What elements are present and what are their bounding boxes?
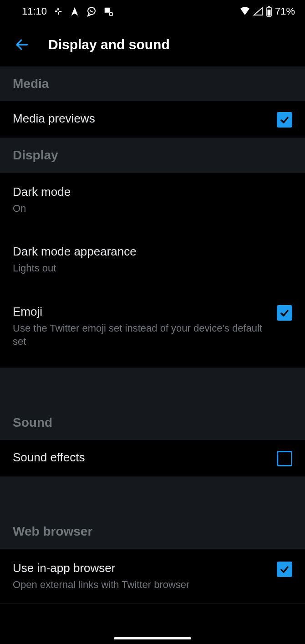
checkbox-emoji[interactable] — [277, 305, 292, 321]
svg-rect-1 — [59, 11, 62, 12]
svg-rect-7 — [268, 6, 270, 7]
row-dark-mode-appearance[interactable]: Dark mode appearance Lights out — [0, 227, 305, 286]
row-title: Sound effects — [13, 450, 272, 465]
status-bar: 11:10 71% — [0, 0, 305, 23]
signal-icon — [253, 7, 263, 16]
battery-icon — [266, 6, 272, 17]
row-emoji[interactable]: Emoji Use the Twitter emoji set instead … — [0, 287, 305, 368]
row-in-app-browser[interactable]: Use in-app browser Open external links w… — [0, 549, 305, 603]
svg-rect-8 — [267, 10, 270, 16]
check-icon — [279, 564, 290, 575]
section-spacer — [0, 368, 305, 405]
svg-rect-2 — [57, 8, 59, 11]
status-time: 11:10 — [22, 5, 47, 17]
row-title: Media previews — [13, 111, 272, 127]
notification-icon — [103, 6, 113, 16]
row-sound-effects[interactable]: Sound effects — [0, 440, 305, 477]
check-icon — [279, 307, 290, 318]
row-subtitle: Lights out — [13, 261, 292, 275]
section-spacer — [0, 477, 305, 514]
row-subtitle: Open external links with Twitter browser — [13, 578, 272, 592]
row-dark-mode[interactable]: Dark mode On — [0, 173, 305, 227]
row-subtitle: Use the Twitter emoji set instead of you… — [13, 322, 272, 348]
back-button[interactable] — [8, 31, 36, 58]
checkbox-in-app-browser[interactable] — [277, 562, 292, 577]
page-title: Display and sound — [48, 37, 170, 52]
row-title: Dark mode — [13, 184, 292, 200]
checkbox-sound-effects[interactable] — [277, 451, 292, 466]
status-left: 11:10 — [22, 5, 113, 17]
section-header-media: Media — [0, 66, 305, 101]
app-header: Display and sound — [0, 23, 305, 66]
row-title: Emoji — [13, 304, 272, 320]
row-title: Dark mode appearance — [13, 244, 292, 260]
checkbox-media-previews[interactable] — [277, 112, 292, 128]
arrow-left-icon — [14, 37, 30, 52]
svg-rect-0 — [55, 10, 58, 12]
row-media-previews[interactable]: Media previews — [0, 101, 305, 138]
slack-icon — [53, 6, 63, 16]
row-title: Use in-app browser — [13, 561, 272, 576]
section-header-sound: Sound — [0, 405, 305, 440]
svg-rect-5 — [110, 13, 112, 15]
status-right: 71% — [239, 5, 295, 17]
home-indicator[interactable] — [114, 637, 191, 639]
svg-rect-3 — [58, 12, 59, 15]
navigation-icon — [70, 6, 80, 16]
check-icon — [279, 114, 290, 125]
svg-point-4 — [88, 7, 95, 15]
whatsapp-icon — [86, 6, 97, 17]
battery-percent: 71% — [275, 5, 295, 17]
section-header-display: Display — [0, 138, 305, 173]
row-subtitle: On — [13, 202, 292, 215]
wifi-icon — [239, 7, 250, 16]
section-header-web: Web browser — [0, 514, 305, 549]
